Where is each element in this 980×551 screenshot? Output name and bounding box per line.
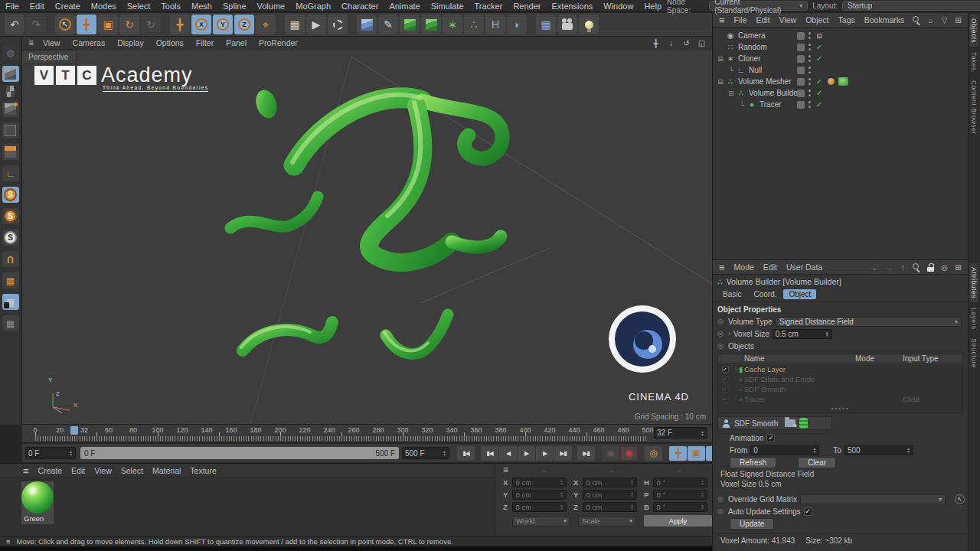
apply-button[interactable]: Apply bbox=[644, 515, 712, 527]
menubar-item[interactable]: MoGraph bbox=[290, 2, 336, 11]
stepper-icon[interactable] bbox=[560, 504, 564, 510]
viewport-menu-item[interactable]: View bbox=[37, 38, 67, 47]
object-row-random[interactable]: ∷ Random ✓ bbox=[713, 41, 968, 53]
menubar-item[interactable]: Select bbox=[122, 2, 156, 11]
object-picker-icon[interactable]: ↖ bbox=[955, 494, 965, 504]
live-selection-icon[interactable]: ↖ bbox=[55, 15, 75, 34]
layer-toggle[interactable] bbox=[797, 32, 805, 40]
transform-mode-select[interactable]: Scale▾ bbox=[578, 516, 636, 527]
layer-toggle[interactable] bbox=[797, 101, 805, 109]
metaball-icon[interactable]: ◗ bbox=[507, 15, 527, 34]
stepper-icon[interactable] bbox=[630, 504, 634, 510]
node-space-select[interactable]: Current (Standard/Physical)▾ bbox=[709, 1, 808, 11]
viewport-canvas[interactable] bbox=[22, 51, 712, 425]
menubar-item[interactable]: Window bbox=[598, 2, 639, 11]
render-picture-viewer-icon[interactable]: ▶ bbox=[306, 15, 326, 34]
expand-icon[interactable]: └ bbox=[727, 67, 736, 74]
new-panel-icon[interactable]: ⊞ bbox=[953, 263, 963, 272]
enabled-state-icon[interactable]: ✓ bbox=[815, 54, 824, 63]
stepper-icon[interactable] bbox=[560, 479, 564, 485]
menubar-item[interactable]: Create bbox=[50, 2, 86, 11]
animatable-dot-icon[interactable]: ◎ bbox=[717, 318, 725, 325]
menubar-item[interactable]: Animate bbox=[384, 2, 425, 11]
polygons-mode-icon[interactable] bbox=[2, 144, 19, 160]
z-axis-lock[interactable]: Z bbox=[234, 15, 254, 34]
menubar-item[interactable]: Render bbox=[508, 2, 546, 11]
tab-structure[interactable]: Structure bbox=[969, 334, 978, 372]
viewport-menu-item[interactable]: Options bbox=[150, 38, 190, 47]
add-folder-icon[interactable] bbox=[785, 419, 795, 427]
menubar-item[interactable]: Mesh bbox=[186, 2, 217, 11]
tab-attributes[interactable]: Attributes bbox=[969, 263, 978, 302]
stepper-icon[interactable] bbox=[701, 430, 704, 436]
stepper-icon[interactable] bbox=[630, 491, 634, 497]
enabled-state-icon[interactable]: ✓ bbox=[815, 100, 824, 109]
to-field[interactable]: 500 bbox=[844, 445, 913, 455]
playhead[interactable] bbox=[70, 426, 78, 435]
object-tags[interactable] bbox=[828, 100, 851, 109]
volume-type-select[interactable]: Signed Distance Field▾ bbox=[776, 317, 962, 327]
points-mode-icon[interactable] bbox=[2, 122, 19, 139]
goto-prev-frame-button[interactable]: ◀ bbox=[499, 446, 517, 461]
stepper-icon[interactable] bbox=[701, 491, 704, 497]
expand-icon[interactable]: ⊟ bbox=[716, 78, 725, 86]
tab-content-browser[interactable]: Content Browser bbox=[969, 77, 978, 139]
subdivision-surface-icon[interactable] bbox=[400, 15, 420, 34]
record-keyframe-button[interactable]: ◉ bbox=[620, 446, 638, 461]
from-field[interactable]: 0 bbox=[750, 445, 819, 455]
material-menu-item[interactable]: View bbox=[90, 466, 116, 475]
goto-next-key-button[interactable]: ▶▮ bbox=[554, 446, 572, 461]
table-resize-grip[interactable]: ••••• bbox=[831, 405, 849, 412]
object-row-cloner[interactable]: ⊟ ∗ Cloner ✓ bbox=[713, 53, 968, 64]
tab-coord[interactable]: Coord. bbox=[748, 289, 782, 299]
current-frame-field[interactable]: 32 F bbox=[654, 427, 707, 439]
track-selection-icon[interactable]: ◎ bbox=[939, 263, 949, 272]
menubar-item[interactable]: Spline bbox=[217, 2, 252, 11]
layer-toggle[interactable] bbox=[797, 44, 805, 51]
enabled-state-icon[interactable]: ⊡ bbox=[815, 32, 824, 40]
object-row-null[interactable]: └ ∟ Null bbox=[713, 64, 968, 76]
search-icon[interactable] bbox=[912, 263, 922, 272]
new-panel-icon[interactable]: ⊞ bbox=[953, 16, 963, 24]
cube-primitive-icon[interactable] bbox=[357, 15, 377, 34]
layer-enabled-checkbox[interactable] bbox=[718, 366, 732, 373]
tab-takes[interactable]: Takes bbox=[969, 48, 978, 75]
stepper-icon[interactable] bbox=[812, 447, 816, 453]
tab-basic[interactable]: Basic bbox=[717, 289, 746, 299]
visibility-dots-toggle[interactable] bbox=[808, 78, 811, 80]
range-start-field[interactable]: 0 F bbox=[25, 447, 76, 459]
workplane-mode-icon[interactable] bbox=[2, 101, 19, 117]
rotation-field[interactable]: 0 ° bbox=[653, 502, 707, 512]
menubar-item[interactable]: Tools bbox=[155, 2, 186, 11]
material-green[interactable]: Green bbox=[21, 481, 54, 524]
object-tags[interactable] bbox=[828, 77, 851, 86]
hamburger-icon[interactable]: ≡ bbox=[6, 537, 11, 546]
layer-row-tracer[interactable]: ● Tracer Child bbox=[718, 394, 962, 404]
snap-icon[interactable]: U bbox=[2, 251, 19, 267]
viewport-menu-item[interactable]: Filter bbox=[190, 38, 220, 47]
attributes-menu-item[interactable]: Edit bbox=[759, 262, 782, 272]
search-icon[interactable] bbox=[912, 16, 922, 24]
toggle-view-icon[interactable]: ◱ bbox=[696, 37, 707, 49]
autokey-button[interactable]: ◎ bbox=[645, 446, 662, 461]
menubar-item[interactable]: Edit bbox=[24, 2, 50, 11]
move-tool-icon[interactable]: ╋ bbox=[77, 15, 96, 34]
visibility-dots-toggle[interactable] bbox=[808, 44, 811, 46]
rotation-field[interactable]: 0 ° bbox=[653, 478, 707, 487]
axis-modify-icon[interactable]: ╋ bbox=[170, 15, 190, 34]
hamburger-icon[interactable]: ≡ bbox=[503, 465, 508, 475]
viewport[interactable]: ≡ ViewCamerasDisplayOptionsFilterPanelPr… bbox=[22, 37, 712, 425]
animatable-dot-icon[interactable]: ◎ bbox=[717, 495, 725, 503]
mograph-cloner-icon[interactable]: ∗ bbox=[443, 15, 462, 34]
attributes-menu-item[interactable]: Mode bbox=[730, 262, 759, 272]
animatable-dot-icon[interactable]: ◎ bbox=[717, 330, 725, 337]
preview-range-slider[interactable]: 0 F 500 F bbox=[80, 447, 399, 459]
layer-toggle[interactable] bbox=[797, 55, 805, 63]
render-settings-icon[interactable] bbox=[328, 15, 348, 34]
light-icon[interactable] bbox=[579, 15, 599, 34]
attributes-menu-item[interactable]: User Data bbox=[782, 262, 827, 272]
coordinate-system-icon[interactable]: ⌖ bbox=[256, 15, 276, 34]
size-field[interactable]: 0 cm bbox=[583, 502, 637, 512]
filter-funnel-icon[interactable]: ▽ bbox=[939, 16, 949, 24]
y-axis-lock[interactable]: Y bbox=[213, 15, 233, 34]
